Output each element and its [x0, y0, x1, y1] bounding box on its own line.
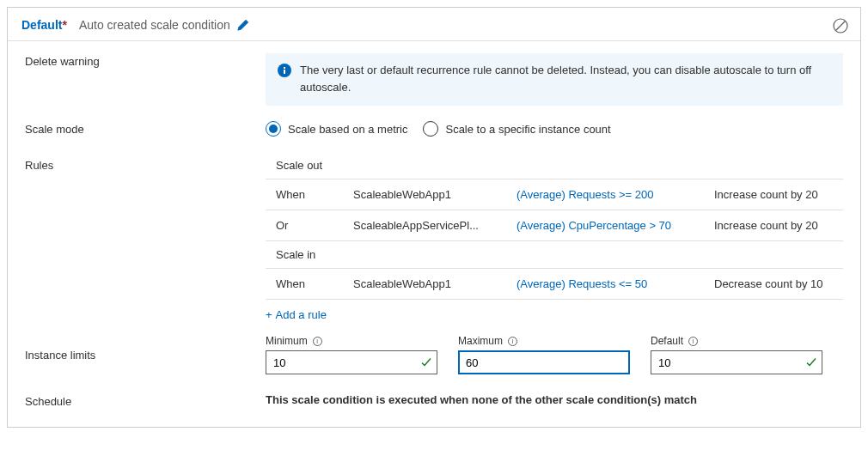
row-delete-warning: Delete warning The very last or default … — [25, 53, 843, 106]
radio-label: Scale to a specific instance count — [445, 123, 610, 136]
row-scale-mode: Scale mode Scale based on a metric Scale… — [25, 121, 843, 137]
row-instance-limits: Instance limits Minimum i — [25, 331, 843, 374]
label-rules: Rules — [25, 152, 266, 172]
default-label: Default — [651, 335, 683, 347]
row-schedule: Schedule This scale condition is execute… — [25, 393, 843, 408]
rule-action: Increase count by 20 — [714, 188, 833, 201]
rule-prefix: When — [276, 277, 353, 290]
check-icon — [805, 356, 817, 368]
rule-resource: ScaleableWebApp1 — [353, 188, 517, 201]
radio-icon — [423, 121, 438, 137]
label-scale-mode: Scale mode — [25, 121, 266, 136]
forbid-icon[interactable] — [833, 18, 848, 33]
rule-condition-link[interactable]: (Average) Requests <= 50 — [517, 277, 714, 290]
label-schedule: Schedule — [25, 393, 266, 408]
help-icon[interactable]: i — [508, 337, 517, 346]
rule-condition-link[interactable]: (Average) CpuPercentage > 70 — [517, 219, 714, 232]
limits-grid: Minimum i Maximum i — [266, 335, 843, 374]
header-title: Default* — [21, 18, 67, 32]
scale-in-header: Scale in — [266, 241, 843, 269]
table-row[interactable]: When ScaleableWebApp1 (Average) Requests… — [266, 179, 843, 210]
limit-maximum: Maximum i — [458, 335, 630, 374]
edit-icon[interactable] — [237, 19, 249, 31]
help-icon[interactable]: i — [688, 337, 698, 346]
scale-out-header: Scale out — [266, 152, 843, 179]
add-rule-label: Add a rule — [276, 308, 327, 321]
rule-prefix: Or — [276, 219, 353, 232]
radio-label: Scale based on a metric — [288, 123, 407, 136]
maximum-label: Maximum — [458, 335, 503, 347]
minimum-label: Minimum — [266, 335, 308, 347]
check-icon — [420, 356, 432, 368]
row-rules: Rules Scale out When ScaleableWebApp1 (A… — [25, 152, 843, 326]
panel-body: Delete warning The very last or default … — [8, 41, 860, 427]
plus-icon: + — [266, 308, 272, 321]
maximum-input[interactable] — [458, 350, 630, 374]
maximum-input-wrap — [458, 350, 630, 374]
default-input[interactable] — [651, 350, 822, 374]
table-row[interactable]: When ScaleableWebApp1 (Average) Requests… — [266, 269, 843, 300]
help-icon[interactable]: i — [313, 337, 322, 346]
info-icon — [278, 64, 291, 77]
scale-mode-radio-group: Scale based on a metric Scale to a speci… — [266, 121, 843, 137]
label-instance-limits: Instance limits — [25, 331, 266, 362]
rule-resource: ScaleableAppServicePl... — [353, 219, 517, 232]
radio-scale-specific[interactable]: Scale to a specific instance count — [423, 121, 610, 137]
header-subtitle: Auto created scale condition — [79, 18, 230, 32]
scale-condition-panel: Default* Auto created scale condition De… — [7, 7, 861, 428]
limit-minimum: Minimum i — [266, 335, 437, 374]
rule-action: Decrease count by 10 — [714, 277, 833, 290]
radio-icon — [266, 121, 281, 137]
rule-prefix: When — [276, 188, 353, 201]
rule-action: Increase count by 20 — [714, 219, 833, 232]
info-text: The very last or default recurrence rule… — [300, 62, 831, 95]
default-input-wrap — [651, 350, 822, 374]
info-box: The very last or default recurrence rule… — [266, 53, 843, 106]
panel-header: Default* Auto created scale condition — [8, 8, 860, 41]
table-row[interactable]: Or ScaleableAppServicePl... (Average) Cp… — [266, 210, 843, 241]
svg-line-1 — [836, 21, 846, 31]
schedule-text: This scale condition is executed when no… — [266, 393, 697, 406]
rules-table: Scale out When ScaleableWebApp1 (Average… — [266, 152, 843, 300]
minimum-input[interactable] — [266, 350, 437, 374]
add-rule-link[interactable]: + Add a rule — [266, 308, 327, 321]
minimum-input-wrap — [266, 350, 437, 374]
label-delete-warning: Delete warning — [25, 53, 266, 68]
svg-rect-3 — [284, 70, 285, 74]
radio-scale-metric[interactable]: Scale based on a metric — [266, 121, 407, 137]
svg-rect-4 — [284, 67, 285, 69]
limit-default: Default i — [651, 335, 822, 374]
rule-condition-link[interactable]: (Average) Requests >= 200 — [517, 188, 714, 201]
rule-resource: ScaleableWebApp1 — [353, 277, 517, 290]
